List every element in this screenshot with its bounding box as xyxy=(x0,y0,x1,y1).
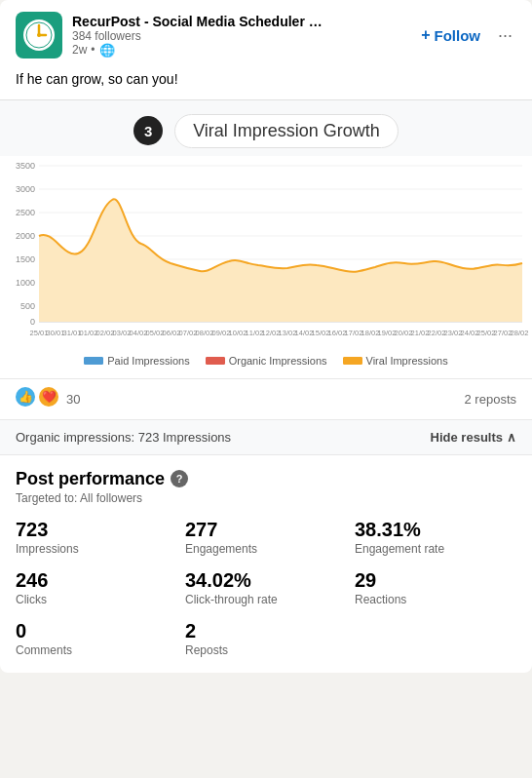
metric-label-6: Comments xyxy=(16,643,177,657)
svg-point-5 xyxy=(37,33,41,37)
metric-item-2: 38.31% Engagement rate xyxy=(355,519,516,556)
svg-text:3000: 3000 xyxy=(16,184,35,194)
globe-icon: 🌐 xyxy=(99,43,115,58)
svg-text:28/02: 28/02 xyxy=(511,329,529,337)
svg-text:25/02: 25/02 xyxy=(477,329,496,337)
svg-text:09/02: 09/02 xyxy=(212,329,231,337)
follow-label: Follow xyxy=(434,27,480,44)
svg-text:15/02: 15/02 xyxy=(312,329,330,337)
svg-text:19/02: 19/02 xyxy=(378,329,397,337)
svg-text:2500: 2500 xyxy=(16,208,35,217)
reaction-count: 30 xyxy=(66,392,80,407)
reactions-row: 👍 ❤️ 30 2 reposts xyxy=(0,378,532,419)
svg-text:❤️: ❤️ xyxy=(42,389,57,404)
svg-text:0: 0 xyxy=(30,317,35,327)
organic-impressions-text: Organic impressions: 723 Impressions xyxy=(16,430,231,445)
svg-text:14/02: 14/02 xyxy=(295,329,314,337)
metric-item-4: 34.02% Click-through rate xyxy=(185,569,347,606)
post-text: If he can grow, so can you! xyxy=(0,66,532,99)
metric-value-7: 2 xyxy=(185,620,347,642)
svg-text:10/02: 10/02 xyxy=(229,329,247,337)
metric-label-3: Clicks xyxy=(16,593,177,606)
post-header: RecurPost - Social Media Scheduler with … xyxy=(0,0,532,66)
metric-label-7: Reposts xyxy=(185,643,347,657)
svg-text:03/02: 03/02 xyxy=(113,329,132,337)
header-info: RecurPost - Social Media Scheduler with … xyxy=(72,14,407,58)
svg-text:12/02: 12/02 xyxy=(262,329,281,337)
badge-row: 3 Viral Impression Growth xyxy=(0,100,532,156)
chart-legend: Paid Impressions Organic Impressions Vir… xyxy=(0,351,532,374)
svg-text:05/02: 05/02 xyxy=(146,329,165,337)
header-actions: + Follow ··· xyxy=(415,21,516,50)
svg-text:20/02: 20/02 xyxy=(395,329,413,337)
performance-title: Post performance xyxy=(16,469,165,489)
svg-text:17/02: 17/02 xyxy=(345,329,363,337)
metric-item-1: 277 Engagements xyxy=(185,519,347,556)
line-chart: 3500 3000 2500 2000 1500 1000 500 0 25/0… xyxy=(0,156,532,351)
metric-value-1: 277 xyxy=(185,519,347,541)
svg-text:07/02: 07/02 xyxy=(179,329,198,337)
chevron-up-icon: ∧ xyxy=(507,430,516,445)
svg-text:24/02: 24/02 xyxy=(461,329,479,337)
separator: • xyxy=(91,43,95,57)
post-time: 2w xyxy=(72,43,87,57)
time-row: 2w • 🌐 xyxy=(72,43,407,58)
reaction-group: 👍 ❤️ 30 xyxy=(16,387,80,411)
performance-subtitle: Targeted to: All followers xyxy=(16,491,516,505)
svg-text:08/02: 08/02 xyxy=(196,329,214,337)
post-card: RecurPost - Social Media Scheduler with … xyxy=(0,0,532,673)
organic-impressions-row: Organic impressions: 723 Impressions Hid… xyxy=(0,419,532,454)
viral-color-swatch xyxy=(343,357,362,365)
svg-text:18/02: 18/02 xyxy=(361,329,380,337)
legend-viral: Viral Impressions xyxy=(343,355,448,367)
plus-icon: + xyxy=(421,26,430,44)
metric-label-1: Engagements xyxy=(185,542,347,556)
avatar[interactable] xyxy=(16,12,62,58)
follow-button[interactable]: + Follow xyxy=(415,22,486,48)
page-name[interactable]: RecurPost - Social Media Scheduler with … xyxy=(72,14,325,29)
metric-value-3: 246 xyxy=(16,569,177,592)
metric-label-0: Impressions xyxy=(16,542,177,556)
svg-text:13/02: 13/02 xyxy=(279,329,297,337)
hide-results-label: Hide results xyxy=(431,430,503,445)
svg-text:23/02: 23/02 xyxy=(444,329,463,337)
paid-color-swatch xyxy=(84,357,103,365)
svg-text:31/01: 31/01 xyxy=(63,329,82,337)
metric-item-0: 723 Impressions xyxy=(16,519,177,556)
badge-label: Viral Impression Growth xyxy=(174,114,399,148)
reposts-count: 2 reposts xyxy=(465,392,516,407)
emoji-reaction-1: 👍 xyxy=(16,387,35,411)
svg-text:02/02: 02/02 xyxy=(96,329,115,337)
metric-label-4: Click-through rate xyxy=(185,593,347,606)
svg-text:06/02: 06/02 xyxy=(163,329,181,337)
svg-text:500: 500 xyxy=(20,301,35,311)
metric-label-2: Engagement rate xyxy=(355,542,516,556)
post-body: If he can grow, so can you! xyxy=(16,71,178,87)
more-button[interactable]: ··· xyxy=(494,21,516,50)
hide-results-button[interactable]: Hide results ∧ xyxy=(431,430,516,445)
legend-organic: Organic Impressions xyxy=(206,355,327,367)
svg-text:11/02: 11/02 xyxy=(246,329,264,337)
legend-organic-label: Organic Impressions xyxy=(229,355,327,367)
svg-text:25/01: 25/01 xyxy=(30,329,49,337)
svg-text:1500: 1500 xyxy=(16,254,35,264)
chart-wrap: 3500 3000 2500 2000 1500 1000 500 0 25/0… xyxy=(0,156,532,378)
svg-text:22/02: 22/02 xyxy=(428,329,446,337)
svg-text:3500: 3500 xyxy=(16,161,35,171)
chart-container: 3 Viral Impression Growth 3500 3000 2500… xyxy=(0,99,532,378)
metric-item-3: 246 Clicks xyxy=(16,569,177,606)
metrics-grid: 723 Impressions 277 Engagements 38.31% E… xyxy=(16,519,516,657)
svg-text:27/02: 27/02 xyxy=(494,329,513,337)
badge-number: 3 xyxy=(133,116,163,145)
svg-text:01/02: 01/02 xyxy=(80,329,98,337)
help-icon[interactable]: ? xyxy=(171,470,188,487)
followers-count: 384 followers xyxy=(72,29,407,43)
more-icon: ··· xyxy=(498,25,513,45)
svg-text:21/02: 21/02 xyxy=(411,329,430,337)
svg-text:16/02: 16/02 xyxy=(328,329,347,337)
svg-text:2000: 2000 xyxy=(16,231,35,241)
organic-color-swatch xyxy=(206,357,225,365)
metric-item-7: 2 Reposts xyxy=(185,620,347,657)
metric-value-4: 34.02% xyxy=(185,569,347,592)
metric-value-5: 29 xyxy=(355,569,516,592)
